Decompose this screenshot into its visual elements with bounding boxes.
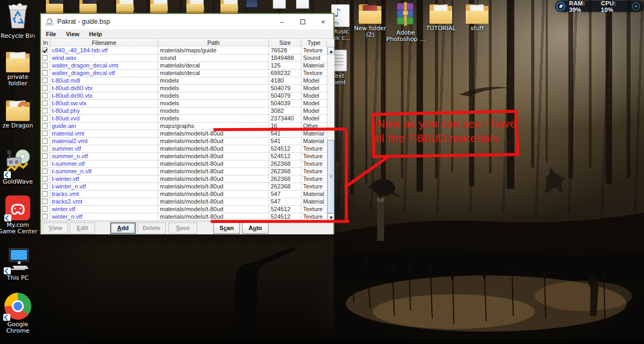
table-row[interactable]: t-80ud.phy models 3082 Model: [41, 107, 327, 115]
cell-in: [41, 183, 50, 190]
table-row[interactable]: summer.vtf materials/models/t-80ud 52451…: [41, 145, 327, 153]
menu-help[interactable]: Help: [84, 31, 107, 37]
row-checkbox[interactable]: [42, 93, 48, 98]
table-row[interactable]: t-80ud.dx90.vtx models 504079 Model: [41, 92, 327, 100]
desktop-icon-google-chrome[interactable]: GoogleChrome: [0, 293, 38, 334]
cell-path: materials/models/t-80ud: [158, 168, 269, 175]
table-row[interactable]: tracks2.vmt materials/models/t-80ud 547 …: [41, 198, 327, 206]
row-checkbox[interactable]: [42, 161, 48, 166]
titlebar[interactable]: Pakrat - guide.bsp – ×: [41, 14, 333, 29]
menu-view[interactable]: View: [61, 31, 84, 37]
scan-button[interactable]: Scan: [213, 222, 240, 234]
save-button[interactable]: Save: [169, 222, 197, 234]
row-checkbox[interactable]: [42, 138, 48, 144]
row-checkbox[interactable]: [42, 123, 48, 129]
row-checkbox[interactable]: [42, 78, 48, 83]
desktop-icon-mycom-game-center[interactable]: My.comGame Center: [0, 195, 38, 235]
row-checkbox[interactable]: [42, 108, 48, 113]
row-checkbox[interactable]: [42, 116, 48, 121]
row-checkbox[interactable]: [42, 191, 48, 197]
scrollbar-thumb[interactable]: [327, 140, 334, 213]
table-row[interactable]: walter_dragon_decal.vtf materials/decal …: [41, 70, 327, 77]
desktop-icon-goldwave[interactable]: GoldWave: [0, 148, 38, 185]
row-checkbox[interactable]: [42, 184, 48, 189]
desktop-icon-partial-folder[interactable]: [220, 0, 238, 11]
desktop-icon-partial-file[interactable]: [246, 0, 258, 8]
scroll-up-button[interactable]: [327, 47, 334, 55]
overlay-plus-button[interactable]: +: [632, 2, 640, 10]
row-checkbox[interactable]: [42, 70, 48, 76]
desktop-icon-partial-folder[interactable]: [116, 0, 133, 11]
header-type[interactable]: Type: [301, 39, 327, 47]
row-checkbox[interactable]: [42, 168, 48, 174]
table-row[interactable]: guide.ain maps/graphs 16 Other: [41, 123, 327, 130]
row-checkbox[interactable]: [42, 48, 48, 53]
table-row[interactable]: tracks.vmt materials/models/t-80ud 547 M…: [41, 191, 327, 198]
close-button[interactable]: ×: [313, 14, 333, 29]
minimize-button[interactable]: –: [272, 14, 292, 29]
desktop-icon-ze-dragon[interactable]: ze Dragon: [0, 100, 38, 129]
row-checkbox[interactable]: [42, 214, 48, 219]
table-row[interactable]: winter.vtf materials/models/t-80ud 52451…: [41, 206, 327, 213]
cell-filename: tracks2.vmt: [50, 198, 158, 205]
menu-file[interactable]: File: [41, 31, 61, 37]
row-checkbox[interactable]: [42, 206, 48, 212]
desktop-icon-partial-folder[interactable]: [79, 0, 97, 11]
table-row[interactable]: walter_dragon_decal.vmt materials/decal …: [41, 62, 327, 70]
cell-size: 2373440: [269, 115, 301, 122]
table-row[interactable]: winter_n.vtf materials/models/t-80ud 524…: [41, 213, 327, 221]
table-row[interactable]: t-summer.vtf materials/models/t-80ud 262…: [41, 160, 327, 168]
add-button[interactable]: Add: [110, 222, 136, 234]
header-in[interactable]: In: [41, 39, 50, 47]
table-row[interactable]: t-summer_n.vtf materials/models/t-80ud 2…: [41, 168, 327, 176]
row-checkbox[interactable]: [42, 146, 48, 151]
desktop-icon-partial-doc[interactable]: [273, 0, 286, 9]
cell-type: Texture: [301, 168, 327, 175]
scroll-down-button[interactable]: [327, 213, 334, 221]
vertical-scrollbar[interactable]: [327, 47, 334, 221]
row-checkbox[interactable]: [42, 55, 48, 60]
auto-button[interactable]: Auto: [242, 222, 269, 234]
desktop-icon-recycle-bin[interactable]: Recycle Bin: [0, 2, 38, 39]
view-button[interactable]: View: [43, 222, 68, 234]
row-checkbox[interactable]: [42, 63, 48, 68]
desktop-icon-stuff[interactable]: stuff: [457, 4, 498, 32]
table-row[interactable]: t-80ud.vvd models 2373440 Model: [41, 115, 327, 123]
table-row[interactable]: wind.wav sound 1849488 Sound: [41, 55, 327, 62]
desktop-icon-partial-folder[interactable]: [186, 0, 204, 11]
row-checkbox[interactable]: [42, 100, 48, 106]
header-path[interactable]: Path: [158, 39, 269, 47]
table-row[interactable]: t-80ud.mdl models 4180 Model: [41, 77, 327, 85]
row-checkbox[interactable]: [42, 199, 48, 204]
row-checkbox[interactable]: [42, 85, 48, 91]
row-checkbox[interactable]: [42, 176, 48, 181]
desktop-icon-tutorial[interactable]: TUTORIAL: [420, 4, 461, 32]
desktop-icon-partial-doc[interactable]: [296, 0, 309, 9]
cell-in: [41, 62, 50, 69]
desktop-icon-partial-folder[interactable]: [46, 0, 63, 11]
row-checkbox[interactable]: [42, 153, 48, 159]
table-row[interactable]: material.vmt materials/models/t-80ud 541…: [41, 130, 327, 138]
cell-in: [41, 160, 50, 167]
table-row[interactable]: material2.vmt materials/models/t-80ud 54…: [41, 138, 327, 145]
desktop-icon-private-folder[interactable]: privatefoldier: [0, 52, 38, 87]
header-filename[interactable]: Filename: [50, 39, 158, 47]
edit-button[interactable]: Edit: [70, 222, 95, 234]
header-size[interactable]: Size: [269, 39, 301, 47]
window-title: Pakrat - guide.bsp: [57, 18, 110, 25]
row-checkbox[interactable]: [42, 131, 48, 136]
table-row[interactable]: t-winter_n.vtf materials/models/t-80ud 2…: [41, 183, 327, 191]
table-row[interactable]: summer_n.vtf materials/models/t-80ud 524…: [41, 153, 327, 160]
performance-overlay: RAM: 39% CPU: 10% +: [555, 1, 644, 12]
desktop-icon-partial-folder[interactable]: [150, 0, 167, 11]
cell-path: models: [158, 100, 269, 107]
desktop-icon-new-folder-2[interactable]: New folder(2): [350, 4, 391, 38]
maximize-button[interactable]: [292, 14, 313, 29]
delete-button[interactable]: Delete: [137, 222, 166, 234]
cell-type: Texture: [301, 206, 327, 213]
table-row[interactable]: t-80ud.sw.vtx models 504039 Model: [41, 100, 327, 107]
table-row[interactable]: c840_-40_184.hdr.vtf materials/maps/guid…: [41, 47, 327, 55]
table-row[interactable]: t-80ud.dx80.vtx models 504079 Model: [41, 85, 327, 92]
table-row[interactable]: t-winter.vtf materials/models/t-80ud 262…: [41, 176, 327, 183]
desktop-icon-this-pc[interactable]: This PC: [0, 246, 38, 281]
